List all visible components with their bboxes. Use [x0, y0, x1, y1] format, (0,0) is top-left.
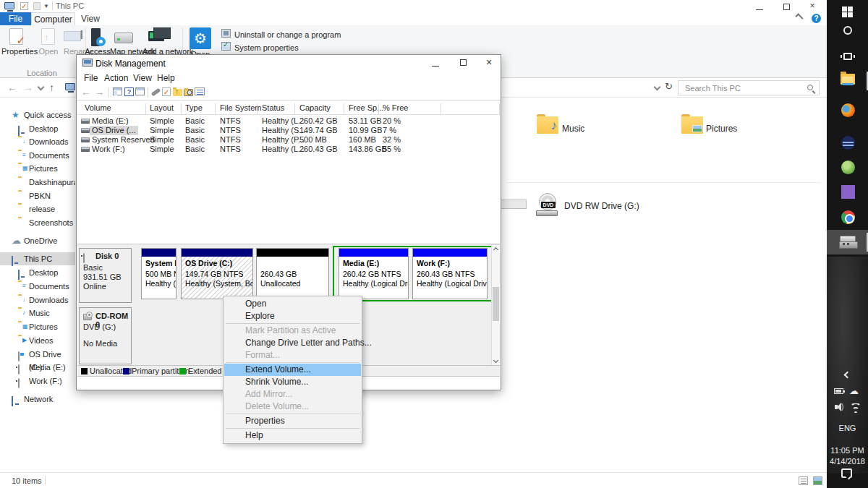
- dm-show-action-pane-icon[interactable]: [135, 87, 145, 95]
- dm-folder-up-icon[interactable]: [173, 89, 182, 96]
- dm-help-icon[interactable]: ?: [124, 87, 134, 96]
- dm-menu-help[interactable]: Help: [157, 73, 175, 83]
- column-header--free[interactable]: % Free: [383, 103, 408, 112]
- map-network-drive-icon[interactable]: [114, 33, 133, 43]
- sidebar-item-release[interactable]: release: [0, 202, 75, 215]
- sidebar-item-quick-access[interactable]: ★Quick access: [0, 108, 75, 121]
- sidebar-item-this-pc[interactable]: This PC: [0, 252, 75, 265]
- eclipse-taskbar-button[interactable]: [827, 131, 868, 155]
- visual-studio-taskbar-button[interactable]: [827, 180, 868, 205]
- disk-management-taskbar-button[interactable]: [827, 230, 868, 254]
- dm-maximize-button[interactable]: [451, 55, 475, 71]
- partition-system-r[interactable]: System R500 MB NHealthy (P: [141, 248, 176, 299]
- volume-row-0[interactable]: Media (E:)SimpleBasicNTFSHealthy (L...26…: [77, 116, 500, 126]
- properties-icon[interactable]: ✓: [9, 28, 23, 45]
- ribbon-help-icon[interactable]: ?: [812, 14, 821, 23]
- explorer-minimize-button[interactable]: [749, 0, 770, 12]
- volume-row-1[interactable]: OS Drive (...SimpleBasicNTFSHealthy (S..…: [77, 126, 500, 135]
- sidebar-item-music[interactable]: ♪Music: [0, 307, 75, 320]
- details-view-icon[interactable]: [799, 476, 808, 485]
- column-separator[interactable]: [344, 103, 344, 115]
- partition-os-drive-c-[interactable]: OS Drive (C:)149.74 GB NTFSHealthy (Syst…: [181, 248, 253, 299]
- dm-menu-action[interactable]: Action: [104, 73, 128, 83]
- language-indicator[interactable]: ENG: [827, 424, 868, 432]
- sidebar-item-desktop[interactable]: Desktop: [0, 266, 75, 279]
- tab-file[interactable]: File: [0, 12, 31, 25]
- dm-tool-icon[interactable]: [151, 88, 161, 97]
- clock-time[interactable]: 11:05 PM: [827, 446, 868, 455]
- sidebar-item-desktop[interactable]: Desktop: [0, 122, 75, 135]
- sidebar-item-media-e-[interactable]: Media (E:): [0, 361, 75, 374]
- sidebar-item-pbkn[interactable]: PBKN: [0, 189, 75, 202]
- scroll-up-icon[interactable]: [493, 247, 498, 252]
- dm-menu-file[interactable]: File: [84, 73, 98, 83]
- sidebar-item-work-f-[interactable]: Work (F:): [0, 374, 75, 388]
- system-properties-icon[interactable]: [221, 42, 231, 51]
- column-separator[interactable]: [257, 103, 258, 115]
- clock-date[interactable]: 4/14/2018: [827, 457, 868, 466]
- tab-view[interactable]: View: [75, 12, 106, 25]
- search-box[interactable]: Search This PC: [678, 80, 820, 95]
- tab-computer[interactable]: Computer: [31, 12, 75, 25]
- refresh-icon[interactable]: ↻: [665, 81, 673, 92]
- wifi-icon[interactable]: [850, 403, 861, 413]
- sidebar-item-documents[interactable]: ≡Documents: [0, 149, 75, 162]
- column-header-file-system[interactable]: File System: [220, 103, 261, 112]
- scroll-down-icon[interactable]: [493, 358, 498, 363]
- action-center-icon[interactable]: [841, 468, 852, 478]
- graph-scrollbar[interactable]: [491, 244, 500, 366]
- partition-unallocated[interactable]: 260.43 GBUnallocated: [256, 248, 329, 299]
- explorer-maximize-button[interactable]: [775, 0, 797, 12]
- volume-icon[interactable]: [835, 405, 838, 409]
- chrome-taskbar-button[interactable]: [827, 205, 868, 230]
- sidebar-item-videos[interactable]: ▶Videos: [0, 334, 75, 347]
- cortana-button[interactable]: [827, 20, 868, 44]
- scrollbar-thumb[interactable]: [493, 287, 499, 321]
- firefox-taskbar-button[interactable]: [827, 98, 868, 123]
- android-studio-taskbar-button[interactable]: [827, 155, 868, 180]
- settings-gear-icon[interactable]: ⚙: [190, 27, 211, 49]
- dm-properties-icon[interactable]: [195, 87, 205, 95]
- qat-properties-icon[interactable]: ✓: [20, 2, 28, 10]
- search-icon[interactable]: [807, 85, 813, 90]
- explorer-close-button[interactable]: ×: [801, 0, 823, 12]
- access-media-icon[interactable]: [91, 28, 101, 46]
- onedrive-tray-icon[interactable]: ☁: [849, 385, 859, 396]
- dm-forward-icon[interactable]: →: [95, 87, 104, 98]
- sidebar-item-pictures[interactable]: ▦Pictures: [0, 320, 75, 333]
- up-arrow-icon[interactable]: ↑: [49, 82, 54, 93]
- music-folder-label[interactable]: Music: [562, 124, 584, 134]
- back-arrow-icon[interactable]: ←: [7, 82, 17, 93]
- volume-row-2[interactable]: System ReservedSimpleBasicNTFSHealthy (P…: [77, 135, 500, 145]
- ribbon-properties-button[interactable]: Properties: [1, 47, 33, 56]
- sidebar-item-network[interactable]: Network: [0, 393, 75, 406]
- dm-close-button[interactable]: ×: [477, 55, 501, 71]
- column-separator[interactable]: [378, 103, 379, 115]
- column-header-volume[interactable]: Volume: [85, 103, 111, 112]
- sidebar-item-onedrive[interactable]: ☁OneDrive: [0, 234, 75, 247]
- column-header-type[interactable]: Type: [185, 103, 203, 112]
- column-separator[interactable]: [441, 103, 441, 115]
- column-separator[interactable]: [215, 103, 216, 115]
- column-header-capacity[interactable]: Capacity: [299, 103, 331, 112]
- qat-new-folder-icon[interactable]: [33, 2, 41, 10]
- qat-customize-arrow-icon[interactable]: ▼: [43, 3, 49, 9]
- partition-work-f-[interactable]: Work (F:)260.43 GB NTFSHealthy (Logical …: [412, 248, 488, 299]
- menu-item-open[interactable]: Open: [224, 298, 361, 310]
- volume-row-3[interactable]: Work (F:)SimpleBasicNTFSHealthy (L...260…: [77, 145, 500, 154]
- menu-item-shrink-volume-[interactable]: Shrink Volume...: [224, 376, 361, 388]
- battery-icon[interactable]: [834, 388, 843, 394]
- pictures-folder-icon[interactable]: [681, 116, 703, 134]
- task-view-button[interactable]: [827, 46, 868, 70]
- sidebar-item-downloads[interactable]: ↓Downloads: [0, 294, 75, 307]
- column-separator[interactable]: [145, 103, 146, 115]
- disk0-panel[interactable]: Disk 0Basic931.51 GBOnline: [79, 248, 132, 303]
- sidebar-item-os-drive-c-[interactable]: OS Drive (C:): [0, 348, 75, 361]
- sidebar-item-documents[interactable]: ≡Documents: [0, 280, 75, 293]
- column-separator[interactable]: [499, 103, 500, 115]
- pictures-folder-label[interactable]: Pictures: [706, 124, 737, 134]
- menu-item-change-drive-letter-and-paths-[interactable]: Change Drive Letter and Paths...: [224, 337, 361, 349]
- menu-item-extend-volume-[interactable]: Extend Volume...: [224, 364, 361, 376]
- dvd-drive-label[interactable]: DVD RW Drive (G:): [564, 201, 639, 211]
- column-header-layout[interactable]: Layout: [150, 103, 174, 112]
